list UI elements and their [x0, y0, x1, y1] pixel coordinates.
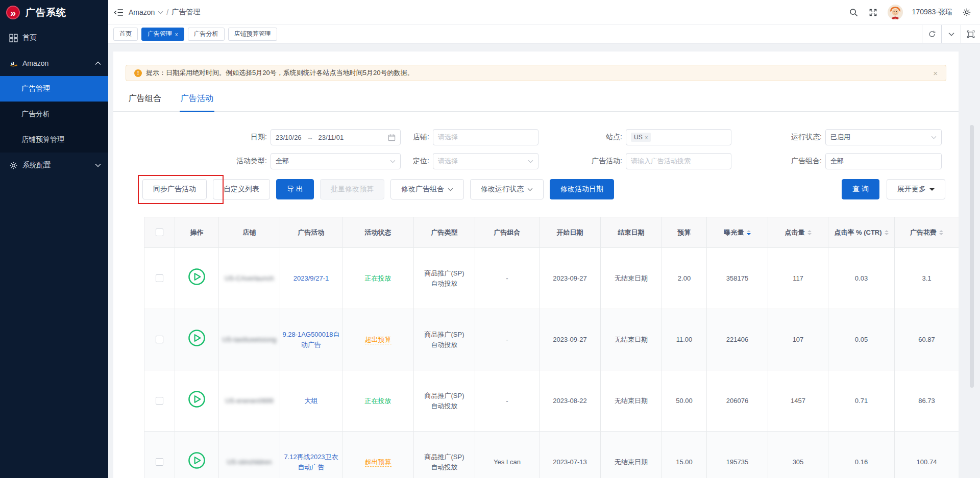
vertical-scrollbar[interactable] [970, 125, 974, 388]
chevron-down-icon [527, 188, 533, 191]
app-logo[interactable]: » 广告系统 [0, 0, 108, 25]
app-root: » 广告系统 首页 a Amazon [0, 0, 980, 478]
refresh-icon[interactable] [922, 25, 941, 43]
query-button[interactable]: 查 询 [842, 179, 879, 199]
col-action: 操作 [175, 217, 219, 248]
row-checkbox[interactable] [156, 336, 163, 343]
edit-campaign-dates-button[interactable]: 修改活动日期 [550, 179, 614, 199]
maximize-icon[interactable] [961, 25, 980, 43]
start-date-cell: 2023-09-27 [540, 248, 601, 309]
targeting-select[interactable]: 请选择 [433, 153, 538, 169]
col-clicks[interactable]: 点击量 [768, 217, 828, 248]
tab-store-budget[interactable]: 店铺预算管理 [228, 28, 277, 41]
breadcrumb-root[interactable]: Amazon [129, 8, 155, 16]
row-checkbox[interactable] [156, 397, 163, 405]
gear-icon[interactable] [962, 7, 972, 17]
date-start-value: 23/10/26 [276, 134, 302, 141]
ad-type-line2: 自动投放 [416, 340, 473, 350]
filter-label: 日期: [190, 133, 267, 142]
edit-run-status-dropdown[interactable]: 修改运行状态 [470, 179, 544, 199]
chevron-down-icon[interactable] [158, 11, 163, 14]
sidebar-item-store-budget[interactable]: 店铺预算管理 [0, 127, 108, 153]
ad-type-line1: 商品推广(SP) [416, 268, 473, 279]
sidebar-item-system-config[interactable]: 系统配置 [0, 153, 108, 178]
col-ctr[interactable]: 点击率 % (CTR) [828, 217, 895, 248]
collapse-sidebar-icon[interactable] [108, 0, 129, 25]
row-checkbox[interactable] [156, 458, 163, 466]
close-icon[interactable]: x [645, 134, 648, 140]
portfolio-cell: Yes I can [475, 432, 540, 478]
sidebar-item-label: 系统配置 [22, 161, 95, 170]
sync-campaigns-button[interactable]: 同步广告活动 [142, 179, 207, 199]
row-checkbox[interactable] [156, 274, 163, 282]
sort-icon[interactable] [807, 230, 812, 235]
tab-ad-campaign[interactable]: 广告活动 [180, 89, 214, 112]
customize-columns-button[interactable]: 自定义列表 [213, 179, 270, 199]
notice-alert: ! 提示：日期采用绝对时间。例如选择5月20号，系统则统计各站点当地时间5月20… [126, 65, 946, 81]
tag-label: US [634, 134, 643, 141]
col-end-date: 结束日期 [601, 217, 662, 248]
sort-icon[interactable] [885, 230, 889, 235]
campaign-link[interactable]: 2023/9/27-1 [293, 274, 329, 282]
campaign-link[interactable]: 大组 [305, 397, 318, 405]
budget-cell: 50.00 [662, 370, 707, 432]
batch-edit-budget-button[interactable]: 批量修改预算 [320, 179, 384, 199]
portfolio-cell: - [475, 248, 540, 309]
store-placeholder: 请选择 [438, 133, 458, 142]
search-icon[interactable] [849, 7, 859, 17]
tab-label: 广告管理 [148, 30, 172, 38]
tabbar-controls [922, 25, 980, 43]
play-icon[interactable] [188, 329, 206, 350]
close-icon[interactable]: x [175, 31, 178, 37]
sidebar-item-ad-management[interactable]: 广告管理 [0, 76, 108, 102]
col-spend[interactable]: 广告花费 [895, 217, 959, 248]
campaign-link[interactable]: 9.28-1AG500018自动广告 [282, 331, 339, 348]
fullscreen-icon[interactable] [868, 7, 878, 17]
table-row: US-stinchildren 7.12再战2023卫衣自动广告 超出预算 商品… [144, 432, 959, 478]
select-all-checkbox[interactable] [156, 229, 163, 236]
start-date-cell: 2023-09-27 [540, 309, 601, 370]
start-date-cell: 2023-08-22 [540, 370, 601, 432]
run-status-select[interactable]: 已启用 [825, 129, 942, 145]
col-portfolio: 广告组合 [475, 217, 540, 248]
sort-icon[interactable] [747, 230, 751, 235]
chevron-down-icon[interactable] [941, 25, 961, 43]
campaign-search-input[interactable]: 请输入广告活动搜索 [626, 153, 731, 169]
caret-down-icon [929, 188, 935, 193]
tab-ad-management[interactable]: 广告管理 x [141, 28, 184, 41]
start-date-cell: 2023-07-13 [540, 432, 601, 478]
site-select[interactable]: US x [626, 129, 731, 145]
col-impressions[interactable]: 曝光量 [707, 217, 768, 248]
sidebar-item-home[interactable]: 首页 [0, 25, 108, 51]
filter-label: 店铺: [353, 133, 429, 142]
filter-label: 广告活动: [542, 157, 622, 166]
status-badge[interactable]: 超出预算 [365, 336, 391, 344]
ctr-cell: 0.05 [828, 309, 895, 370]
tab-ad-portfolio[interactable]: 广告组合 [128, 89, 162, 111]
store-name: US-CAverlaunch [225, 274, 274, 282]
campaign-link[interactable]: 7.12再战2023卫衣自动广告 [284, 453, 338, 471]
avatar[interactable] [888, 5, 903, 20]
status-badge[interactable]: 超出预算 [365, 458, 391, 467]
user-name[interactable]: 170983-张瑞 [912, 8, 952, 17]
tab-home[interactable]: 首页 [113, 28, 138, 41]
expand-more-button[interactable]: 展开更多 [887, 179, 945, 199]
breadcrumb: Amazon / 广告管理 [129, 8, 200, 17]
col-start-date: 开始日期 [540, 217, 601, 248]
sort-icon[interactable] [939, 230, 943, 235]
column-label: 广告花费 [910, 229, 937, 236]
sidebar-item-amazon[interactable]: a Amazon [0, 51, 108, 76]
tab-ad-analysis[interactable]: 广告分析 [188, 28, 225, 41]
play-icon[interactable] [188, 451, 206, 472]
close-icon[interactable]: × [933, 69, 938, 77]
edit-portfolio-dropdown[interactable]: 修改广告组合 [390, 179, 464, 199]
portfolio-select[interactable]: 全部 [825, 153, 942, 169]
sidebar-item-ad-analysis[interactable]: 广告分析 [0, 102, 108, 127]
date-end-value: 23/11/01 [318, 134, 344, 141]
end-date-cell: 无结束日期 [601, 248, 662, 309]
toolbar-right: 查 询 展开更多 [842, 179, 945, 199]
play-icon[interactable] [188, 390, 206, 411]
play-icon[interactable] [188, 268, 206, 289]
store-select[interactable]: 请选择 [433, 129, 538, 145]
export-button[interactable]: 导 出 [276, 179, 314, 199]
